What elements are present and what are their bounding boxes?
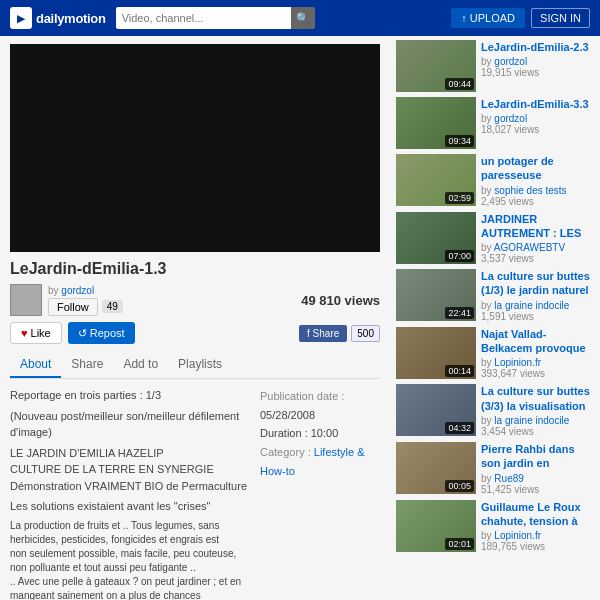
related-title[interactable]: La culture sur buttes (1/3) le jardin na… bbox=[481, 269, 594, 298]
related-views: 1,591 views bbox=[481, 311, 594, 322]
related-title[interactable]: LeJardin-dEmilia-3.3 bbox=[481, 97, 594, 111]
duration-overlay: 07:00 bbox=[445, 250, 474, 262]
related-title[interactable]: Pierre Rahbi dans son jardin en bbox=[481, 442, 594, 471]
search-button[interactable]: 🔍 bbox=[291, 7, 315, 29]
desc-line4: Les solutions existaient avant les "cris… bbox=[10, 498, 250, 515]
related-views: 2,495 views bbox=[481, 196, 594, 207]
right-sidebar: 09:44 LeJardin-dEmilia-2.3 by gordzol 19… bbox=[390, 36, 600, 600]
share-count: 500 bbox=[351, 325, 380, 342]
related-info: La culture sur buttes (1/3) le jardin na… bbox=[481, 269, 594, 322]
related-views: 19,915 views bbox=[481, 67, 594, 78]
related-thumb: 02:59 bbox=[396, 154, 476, 206]
duration-overlay: 00:14 bbox=[445, 365, 474, 377]
related-videos-list: 09:44 LeJardin-dEmilia-2.3 by gordzol 19… bbox=[396, 40, 594, 552]
related-item[interactable]: 09:44 LeJardin-dEmilia-2.3 by gordzol 19… bbox=[396, 40, 594, 92]
duration-value: Duration : 10:00 bbox=[260, 424, 380, 443]
desc-line1: Reportage en trois parties : 1/3 bbox=[10, 387, 250, 404]
follow-button[interactable]: Follow bbox=[48, 298, 98, 316]
related-info: Najat Vallad-Belkacem provoque by Lopini… bbox=[481, 327, 594, 380]
category-label: Category : bbox=[260, 446, 314, 458]
duration-overlay: 22:41 bbox=[445, 307, 474, 319]
video-player[interactable] bbox=[10, 44, 380, 252]
tabs-bar: About Share Add to Playlists bbox=[10, 352, 380, 379]
facebook-share-button[interactable]: f Share bbox=[299, 325, 347, 342]
author-by: by gordzol bbox=[48, 285, 123, 296]
related-author: by gordzol bbox=[481, 56, 594, 67]
related-title[interactable]: Najat Vallad-Belkacem provoque bbox=[481, 327, 594, 356]
repost-button[interactable]: ↺ Repost bbox=[68, 322, 135, 344]
duration-overlay: 09:44 bbox=[445, 78, 474, 90]
related-info: Guillaume Le Roux chahute, tension à by … bbox=[481, 500, 594, 553]
repost-icon: ↺ bbox=[78, 327, 87, 340]
related-item[interactable]: 04:32 La culture sur buttes (3/3) la vis… bbox=[396, 384, 594, 437]
signin-button[interactable]: SIGN IN bbox=[531, 8, 590, 28]
desc-line2: (Nouveau post/meilleur son/meilleur défi… bbox=[10, 408, 250, 441]
related-item[interactable]: 22:41 La culture sur buttes (1/3) le jar… bbox=[396, 269, 594, 322]
related-title[interactable]: LeJardin-dEmilia-2.3 bbox=[481, 40, 594, 54]
related-author: by Lopinion.fr bbox=[481, 530, 594, 541]
related-author: by la graine indocile bbox=[481, 415, 594, 426]
related-title[interactable]: JARDINER AUTREMENT : LES bbox=[481, 212, 594, 241]
related-item[interactable]: 09:34 LeJardin-dEmilia-3.3 by gordzol 18… bbox=[396, 97, 594, 149]
avatar bbox=[10, 284, 42, 316]
video-title: LeJardin-dEmilia-1.3 bbox=[10, 260, 380, 278]
related-author: by gordzol bbox=[481, 113, 594, 124]
center-column: LeJardin-dEmilia-1.3 by gordzol Follow 4… bbox=[0, 36, 390, 600]
related-thumb: 00:14 bbox=[396, 327, 476, 379]
like-button[interactable]: ♥ Like bbox=[10, 322, 62, 344]
related-thumb: 00:05 bbox=[396, 442, 476, 494]
author-name[interactable]: gordzol bbox=[61, 285, 94, 296]
related-info: JARDINER AUTREMENT : LES by AGORAWEBTV 3… bbox=[481, 212, 594, 265]
related-item[interactable]: 02:59 un potager de paresseuse by sophie… bbox=[396, 154, 594, 207]
logo-icon: ▶ bbox=[10, 7, 32, 29]
related-item[interactable]: 00:14 Najat Vallad-Belkacem provoque by … bbox=[396, 327, 594, 380]
search-input[interactable] bbox=[116, 7, 291, 29]
related-title[interactable]: Guillaume Le Roux chahute, tension à bbox=[481, 500, 594, 529]
related-title[interactable]: un potager de paresseuse bbox=[481, 154, 594, 183]
upload-button[interactable]: ↑ UPLOAD bbox=[451, 8, 525, 28]
related-thumb: 04:32 bbox=[396, 384, 476, 436]
duration-overlay: 00:05 bbox=[445, 480, 474, 492]
heart-icon: ♥ bbox=[21, 327, 28, 339]
duration-overlay: 04:32 bbox=[445, 422, 474, 434]
related-item[interactable]: 02:01 Guillaume Le Roux chahute, tension… bbox=[396, 500, 594, 553]
related-thumb: 09:34 bbox=[396, 97, 476, 149]
related-item[interactable]: 00:05 Pierre Rahbi dans son jardin en by… bbox=[396, 442, 594, 495]
duration-overlay: 02:59 bbox=[445, 192, 474, 204]
tab-about[interactable]: About bbox=[10, 352, 61, 378]
tab-playlists[interactable]: Playlists bbox=[168, 352, 232, 378]
like-label: Like bbox=[31, 327, 51, 339]
related-info: LeJardin-dEmilia-3.3 by gordzol 18,027 v… bbox=[481, 97, 594, 149]
related-author: by Lopinion.fr bbox=[481, 357, 594, 368]
pub-date-label: Publication date : bbox=[260, 390, 344, 402]
related-views: 3,537 views bbox=[481, 253, 594, 264]
related-thumb: 02:01 bbox=[396, 500, 476, 552]
related-thumb: 22:41 bbox=[396, 269, 476, 321]
related-title[interactable]: La culture sur buttes (3/3) la visualisa… bbox=[481, 384, 594, 413]
logo[interactable]: ▶ dailymotion bbox=[10, 7, 106, 29]
search-bar: 🔍 bbox=[116, 7, 315, 29]
desc-line5: La production de fruits et .. Tous legum… bbox=[10, 519, 250, 601]
related-author: by AGORAWEBTV bbox=[481, 242, 594, 253]
related-views: 189,765 views bbox=[481, 541, 594, 552]
related-views: 3,454 views bbox=[481, 426, 594, 437]
related-author: by sophie des tests bbox=[481, 185, 594, 196]
related-info: un potager de paresseuse by sophie des t… bbox=[481, 154, 594, 207]
tab-share[interactable]: Share bbox=[61, 352, 113, 378]
views-count: 49 810 views bbox=[301, 293, 380, 308]
related-views: 393,647 views bbox=[481, 368, 594, 379]
related-thumb: 07:00 bbox=[396, 212, 476, 264]
pub-date-value: 05/28/2008 bbox=[260, 406, 380, 425]
desc-line3: LE JARDIN D'EMILIA HAZELIPCULTURE DE LA … bbox=[10, 445, 250, 495]
related-views: 51,425 views bbox=[481, 484, 594, 495]
related-item[interactable]: 07:00 JARDINER AUTREMENT : LES by AGORAW… bbox=[396, 212, 594, 265]
related-info: La culture sur buttes (3/3) la visualisa… bbox=[481, 384, 594, 437]
duration-overlay: 02:01 bbox=[445, 538, 474, 550]
related-info: Pierre Rahbi dans son jardin en by Rue89… bbox=[481, 442, 594, 495]
description-meta: Publication date : 05/28/2008 Duration :… bbox=[260, 387, 380, 600]
duration-overlay: 09:34 bbox=[445, 135, 474, 147]
related-thumb: 09:44 bbox=[396, 40, 476, 92]
tab-add-to[interactable]: Add to bbox=[113, 352, 168, 378]
related-author: by la graine indocile bbox=[481, 300, 594, 311]
search-icon: 🔍 bbox=[296, 12, 310, 25]
